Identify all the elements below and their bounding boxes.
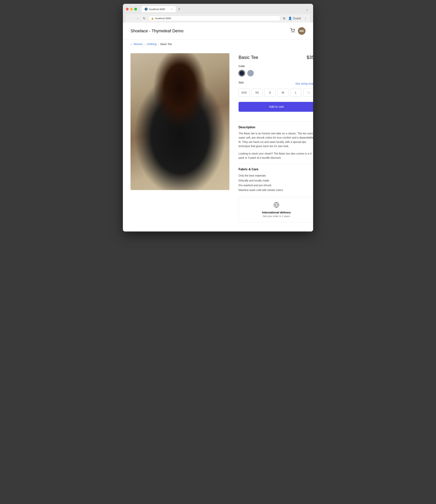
color-section: Color: [239, 65, 313, 76]
tab-close-button[interactable]: ×: [171, 8, 173, 11]
size-label: Size: [239, 81, 244, 84]
titlebar: 🌐 localhost:3000 × + ⌄: [126, 6, 310, 12]
product-layout: Basic Tee $35 Color Size See sizing char…: [123, 49, 313, 232]
size-m[interactable]: M: [277, 89, 288, 97]
description-p1: The Basic tee is an honest new take on a…: [239, 131, 313, 148]
reload-button[interactable]: ↻: [142, 16, 147, 21]
browser-toolbar: ← → ↻ 🔒 localhost:3000 ⧉ 👤 Guest ⋮: [126, 14, 310, 23]
description-section: Description The Basic tee is an honest n…: [239, 126, 313, 160]
description-p2: Looking to stock your closet? The Basic …: [239, 152, 313, 160]
tab-bar: 🌐 localhost:3000 × +: [141, 6, 182, 12]
lock-icon: 🔒: [151, 17, 154, 20]
breadcrumb-women-link[interactable]: Women: [134, 43, 143, 46]
forward-button[interactable]: →: [135, 16, 140, 21]
size-xl: XL: [303, 89, 313, 97]
tab-favicon: 🌐: [145, 8, 148, 11]
product-image: [130, 53, 229, 190]
svg-point-0: [292, 32, 292, 32]
user-profile-button[interactable]: 👤 Guest: [288, 16, 302, 21]
header-actions: WD: [290, 27, 306, 35]
product-details: Basic Tee $35 Color Size See sizing char…: [239, 53, 313, 222]
size-options: XXS XS S M L XL: [239, 89, 313, 97]
browser-window: 🌐 localhost:3000 × + ⌄ ← → ↻ 🔒 localhost…: [123, 4, 313, 232]
breadcrumb: ⌂ Women › Clothing › Basic Tee: [123, 40, 313, 49]
more-options-button[interactable]: ⋮: [303, 16, 308, 21]
minimize-window-button[interactable]: [130, 8, 133, 10]
size-l[interactable]: L: [290, 89, 301, 97]
window-expand-icon: ⌄: [306, 7, 310, 11]
fabric-item-2: Ethically and locally made: [239, 178, 313, 183]
active-tab[interactable]: 🌐 localhost:3000 ×: [141, 6, 176, 12]
site-header: Shoelace - Thymeleaf Demo WD: [123, 23, 313, 40]
add-to-cart-button[interactable]: Add to cart: [239, 102, 313, 112]
product-name: Basic Tee: [239, 55, 258, 60]
delivery-title: International delivery: [243, 211, 309, 214]
breadcrumb-clothing-link[interactable]: Clothing: [147, 43, 156, 46]
back-button[interactable]: ←: [128, 16, 134, 21]
size-xs[interactable]: XS: [251, 89, 262, 97]
tab-title: localhost:3000: [149, 8, 165, 11]
size-section: Size See sizing chart XXS XS S M L XL: [239, 81, 313, 97]
breadcrumb-sep-2: ›: [158, 43, 159, 46]
size-s[interactable]: S: [264, 89, 275, 97]
product-header: Basic Tee $35: [239, 55, 313, 60]
fabric-section: Fabric & Care Only the best materials Et…: [239, 168, 313, 192]
maximize-window-button[interactable]: [134, 8, 137, 10]
address-bar[interactable]: 🔒 localhost:3000: [148, 16, 281, 21]
color-label: Color: [239, 65, 313, 68]
delivery-globe-icon: [243, 202, 309, 209]
close-window-button[interactable]: [126, 8, 129, 10]
fabric-title: Fabric & Care: [239, 168, 313, 171]
color-swatch-dark[interactable]: [239, 70, 245, 76]
toolbar-right: ⧉ 👤 Guest ⋮: [282, 16, 308, 21]
fabric-list: Only the best materials Ethically and lo…: [239, 173, 313, 192]
delivery-subtitle: Get your order in 2 years: [243, 215, 309, 218]
fabric-item-3: Pre-washed and pre-shrunk: [239, 183, 313, 188]
new-tab-button[interactable]: +: [176, 6, 182, 12]
cart-button[interactable]: [290, 28, 295, 34]
cart-icon: [290, 28, 295, 33]
browser-chrome: 🌐 localhost:3000 × + ⌄ ← → ↻ 🔒 localhost…: [123, 4, 313, 23]
home-icon: ⌂: [130, 43, 132, 46]
description-title: Description: [239, 126, 313, 129]
size-xxs[interactable]: XXS: [239, 89, 250, 97]
delivery-card: International delivery Get your order in…: [239, 197, 313, 222]
product-photo: [130, 53, 229, 190]
size-chart-link[interactable]: See sizing chart: [295, 82, 313, 85]
color-swatch-gray[interactable]: [247, 70, 254, 76]
svg-point-1: [294, 32, 294, 32]
breadcrumb-sep-1: ›: [144, 43, 145, 46]
fabric-item-4: Machine wash cold with similar colors: [239, 188, 313, 192]
tab-switcher-button[interactable]: ⧉: [282, 16, 286, 21]
product-price: $35: [307, 55, 313, 60]
breadcrumb-current: Basic Tee: [160, 43, 172, 46]
size-header: Size See sizing chart: [239, 81, 313, 86]
user-avatar[interactable]: WD: [298, 27, 306, 35]
description-divider: [239, 122, 313, 122]
fabric-item-1: Only the best materials: [239, 173, 313, 178]
color-options: [239, 70, 313, 76]
url-text: localhost:3000: [155, 17, 171, 20]
site-title: Shoelace - Thymeleaf Demo: [130, 28, 183, 34]
page-content: Shoelace - Thymeleaf Demo WD ⌂ Women ›: [123, 23, 313, 232]
